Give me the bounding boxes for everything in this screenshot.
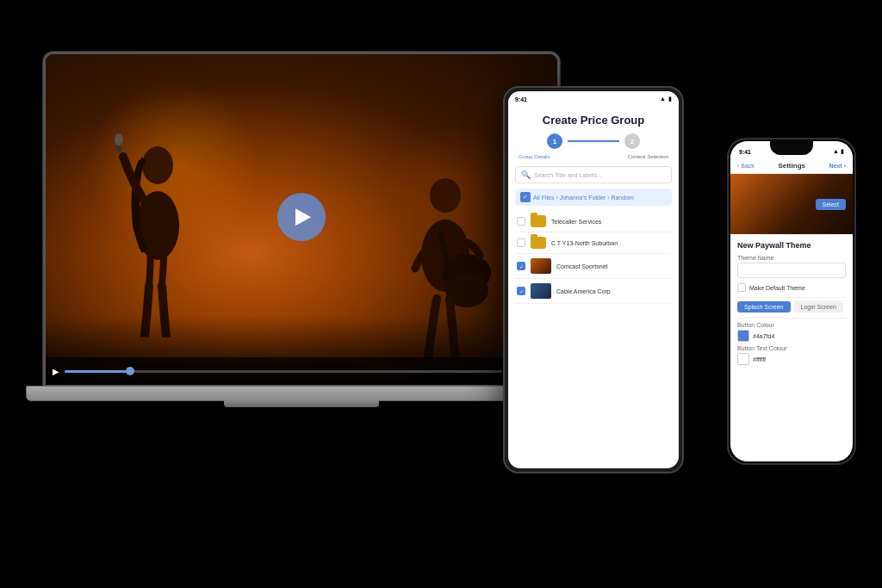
phone-select-button[interactable]: Select bbox=[816, 199, 846, 210]
laptop-device: ▶ 0:06 🔊 ⛶ bbox=[43, 52, 577, 499]
file-list: Telecaller Services C T Y13-North Suburb… bbox=[515, 211, 672, 304]
main-scene: ▶ 0:06 🔊 ⛶ 9:41 ▲ ▮ bbox=[0, 0, 882, 588]
step-labels: Group Details Content Selection bbox=[515, 154, 672, 159]
button-text-color-row: #ffffff bbox=[737, 353, 846, 365]
step-2-dot: 2 bbox=[624, 133, 640, 149]
phone-screen: 9:41 ▲ ▮ ‹ Back Settings Next › Select bbox=[730, 141, 853, 461]
form-divider-2 bbox=[737, 318, 846, 319]
phone-wifi-icon: ▲ bbox=[833, 148, 839, 155]
phone-next-button[interactable]: Next › bbox=[829, 163, 846, 169]
step-2-label: Content Selection bbox=[628, 154, 668, 159]
login-screen-tab[interactable]: Login Screen bbox=[794, 301, 843, 313]
list-item[interactable]: Telecaller Services bbox=[515, 211, 672, 232]
file-name: Cable America Corp bbox=[556, 288, 670, 294]
phone-video-thumbnail: Select bbox=[730, 174, 853, 234]
svg-point-3 bbox=[115, 133, 123, 145]
file-name: Telecaller Services bbox=[551, 219, 670, 225]
tablet-content: Create Price Group 1 2 Group Details Con… bbox=[508, 107, 679, 311]
file-checkbox[interactable] bbox=[517, 217, 525, 226]
thumbnail-image bbox=[531, 258, 551, 274]
step-1-dot: 1 bbox=[547, 133, 562, 149]
list-item[interactable]: Comcast Sportsnet bbox=[515, 254, 672, 279]
default-theme-checkbox[interactable] bbox=[737, 283, 746, 292]
progress-thumb bbox=[126, 367, 134, 375]
file-checkbox-checked[interactable] bbox=[517, 262, 525, 270]
screen-tabs: Splash Screen Login Screen bbox=[737, 301, 846, 313]
tablet-device: 9:41 ▲ ▮ Create Price Group 1 2 bbox=[503, 86, 684, 473]
video-progress-bar[interactable] bbox=[65, 370, 502, 373]
progress-fill bbox=[65, 370, 130, 373]
phone-status-icons: ▲ ▮ bbox=[833, 148, 844, 155]
button-color-label: Button Colour bbox=[737, 322, 846, 328]
phone-header: ‹ Back Settings Next › bbox=[730, 158, 853, 174]
button-color-row: #4a7fd4 bbox=[737, 330, 846, 342]
default-theme-label: Make Default Theme bbox=[749, 285, 805, 291]
search-placeholder-text: Search Title and Labels... bbox=[534, 172, 602, 178]
button-text-color-value: #ffffff bbox=[753, 356, 766, 362]
video-thumbnail bbox=[531, 283, 551, 299]
phone-battery-icon: ▮ bbox=[841, 148, 844, 155]
tablet-status-bar: 9:41 ▲ ▮ bbox=[508, 91, 679, 107]
button-color-value: #4a7fd4 bbox=[753, 333, 774, 339]
video-controls-bar: ▶ 0:06 🔊 ⛶ bbox=[46, 357, 557, 385]
button-text-color-label: Button Text Colour bbox=[737, 345, 846, 351]
breadcrumb-bar: All Files › Johanna's Folder › Random bbox=[515, 189, 672, 206]
file-name: Comcast Sportsnet bbox=[556, 263, 670, 269]
form-divider bbox=[737, 297, 846, 298]
file-checkbox-checked[interactable] bbox=[517, 287, 525, 295]
video-thumbnail bbox=[531, 258, 551, 274]
folder-icon bbox=[531, 215, 546, 227]
tablet-battery-icon: ▮ bbox=[668, 96, 672, 102]
folder-icon bbox=[531, 237, 546, 249]
laptop-video-player: ▶ 0:06 🔊 ⛶ bbox=[46, 54, 557, 385]
breadcrumb-text: All Files › Johanna's Folder › Random bbox=[533, 195, 634, 201]
step-connector bbox=[568, 140, 619, 142]
phone-device: 9:41 ▲ ▮ ‹ Back Settings Next › Select bbox=[727, 138, 856, 465]
splash-screen-tab[interactable]: Splash Screen bbox=[737, 301, 791, 313]
theme-name-label: Theme Name bbox=[737, 255, 846, 261]
phone-notch bbox=[770, 139, 813, 155]
phone-back-button[interactable]: ‹ Back bbox=[737, 163, 755, 169]
button-color-swatch[interactable] bbox=[737, 330, 749, 342]
phone-video-overlay: Select bbox=[730, 174, 853, 234]
phone-time: 9:41 bbox=[739, 149, 751, 155]
stepper: 1 2 bbox=[515, 133, 672, 149]
theme-name-input[interactable] bbox=[737, 263, 846, 278]
tablet-wifi-icon: ▲ bbox=[660, 96, 666, 102]
file-name: C T Y13-North Suburban bbox=[551, 240, 670, 246]
button-text-color-swatch[interactable] bbox=[737, 353, 749, 365]
video-play-button[interactable] bbox=[277, 193, 326, 241]
svg-point-1 bbox=[142, 146, 173, 184]
phone-form: New Paywall Theme Theme Name Make Defaul… bbox=[730, 234, 853, 375]
breadcrumb-check-icon bbox=[520, 192, 531, 202]
phone-form-title: New Paywall Theme bbox=[737, 241, 846, 250]
phone-header-title: Settings bbox=[778, 162, 805, 170]
tablet-screen: 9:41 ▲ ▮ Create Price Group 1 2 bbox=[508, 91, 679, 468]
content-search-bar[interactable]: 🔍 Search Title and Labels... bbox=[515, 166, 672, 183]
svg-point-5 bbox=[430, 178, 461, 213]
default-theme-row: Make Default Theme bbox=[737, 283, 846, 292]
tablet-status-icons: ▲ ▮ bbox=[660, 96, 672, 102]
tablet-time: 9:41 bbox=[515, 96, 527, 102]
search-icon: 🔍 bbox=[521, 170, 531, 179]
video-play-icon[interactable]: ▶ bbox=[53, 367, 59, 376]
list-item[interactable]: C T Y13-North Suburban bbox=[515, 232, 672, 254]
laptop-screen: ▶ 0:06 🔊 ⛶ bbox=[43, 52, 560, 387]
tablet-page-title: Create Price Group bbox=[515, 114, 672, 127]
file-checkbox[interactable] bbox=[517, 238, 525, 247]
laptop-base bbox=[26, 386, 577, 401]
step-1-label: Group Details bbox=[519, 154, 550, 159]
thumbnail-image bbox=[531, 283, 551, 299]
singer-figure bbox=[106, 114, 209, 337]
list-item[interactable]: Cable America Corp bbox=[515, 279, 672, 304]
